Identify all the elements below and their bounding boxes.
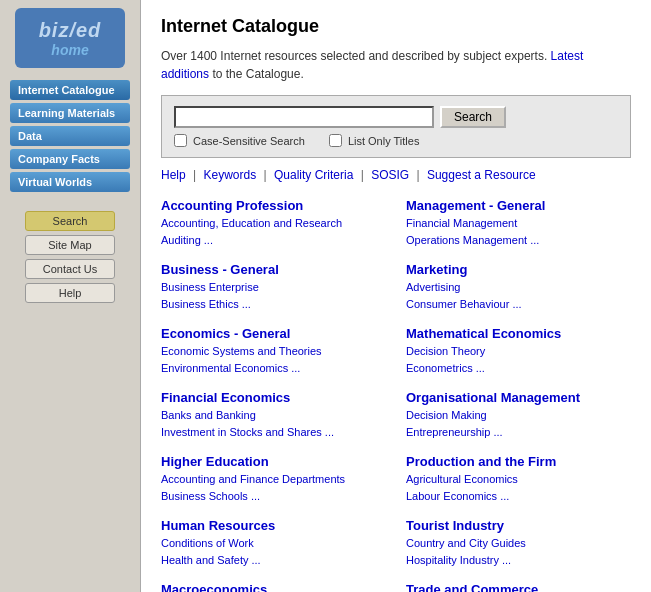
nav-data[interactable]: Data	[10, 126, 130, 146]
category-title[interactable]: Macroeconomics	[161, 582, 386, 592]
category-block: Economics - GeneralEconomic Systems and …	[161, 326, 386, 376]
category-sub-link[interactable]: Conditions of Work	[161, 535, 386, 552]
category-sub-link[interactable]: Operations Management ...	[406, 232, 631, 249]
category-sub-link[interactable]: Investment in Stocks and Shares ...	[161, 424, 386, 441]
category-title[interactable]: Economics - General	[161, 326, 386, 341]
category-sub-link[interactable]: Financial Management	[406, 215, 631, 232]
nav-virtual-worlds[interactable]: Virtual Worlds	[10, 172, 130, 192]
sosig-link[interactable]: SOSIG	[371, 168, 409, 182]
categories-col-right: Management - GeneralFinancial Management…	[406, 198, 631, 592]
category-block: Production and the FirmAgricultural Econ…	[406, 454, 631, 504]
util-search[interactable]: Search	[25, 211, 115, 231]
keywords-link[interactable]: Keywords	[203, 168, 256, 182]
list-only-checkbox[interactable]	[329, 134, 342, 147]
category-sub-link[interactable]: Business Ethics ...	[161, 296, 386, 313]
category-sub-link[interactable]: Economic Systems and Theories	[161, 343, 386, 360]
category-sub-link[interactable]: Accounting, Education and Research	[161, 215, 386, 232]
category-block: Financial EconomicsBanks and BankingInve…	[161, 390, 386, 440]
category-title[interactable]: Human Resources	[161, 518, 386, 533]
page-title: Internet Catalogue	[161, 16, 631, 37]
search-input[interactable]	[174, 106, 434, 128]
nav-internet-catalogue[interactable]: Internet Catalogue	[10, 80, 130, 100]
case-sensitive-checkbox[interactable]	[174, 134, 187, 147]
category-sub-link[interactable]: Advertising	[406, 279, 631, 296]
logo: biz/ed home	[15, 8, 125, 68]
util-contact-us[interactable]: Contact Us	[25, 259, 115, 279]
category-title[interactable]: Business - General	[161, 262, 386, 277]
sidebar: biz/ed home Internet Catalogue Learning …	[0, 0, 140, 592]
category-sub-link[interactable]: Business Schools ...	[161, 488, 386, 505]
category-block: Organisational ManagementDecision Making…	[406, 390, 631, 440]
category-title[interactable]: Marketing	[406, 262, 631, 277]
category-title[interactable]: Management - General	[406, 198, 631, 213]
category-block: Management - GeneralFinancial Management…	[406, 198, 631, 248]
category-block: Higher EducationAccounting and Finance D…	[161, 454, 386, 504]
search-box: Search Case-Sensitive Search List Only T…	[161, 95, 631, 158]
category-title[interactable]: Tourist Industry	[406, 518, 631, 533]
checkbox-row: Case-Sensitive Search List Only Titles	[174, 134, 618, 147]
category-sub-link[interactable]: Consumer Behaviour ...	[406, 296, 631, 313]
category-title[interactable]: Organisational Management	[406, 390, 631, 405]
search-button[interactable]: Search	[440, 106, 506, 128]
intro-text: Over 1400 Internet resources selected an…	[161, 49, 547, 63]
intro-paragraph: Over 1400 Internet resources selected an…	[161, 47, 631, 83]
category-block: Tourist IndustryCountry and City GuidesH…	[406, 518, 631, 568]
list-only-label: List Only Titles	[348, 135, 420, 147]
category-title[interactable]: Financial Economics	[161, 390, 386, 405]
category-block: Mathematical EconomicsDecision TheoryEco…	[406, 326, 631, 376]
category-title[interactable]: Higher Education	[161, 454, 386, 469]
category-block: Human ResourcesConditions of WorkHealth …	[161, 518, 386, 568]
main-content: Internet Catalogue Over 1400 Internet re…	[140, 0, 651, 592]
category-sub-link[interactable]: Environmental Economics ...	[161, 360, 386, 377]
logo-bottom: home	[51, 42, 88, 58]
categories-col-left: Accounting ProfessionAccounting, Educati…	[161, 198, 386, 592]
category-sub-link[interactable]: Auditing ...	[161, 232, 386, 249]
nav-links-bar: Help | Keywords | Quality Criteria | SOS…	[161, 168, 631, 182]
category-block: MarketingAdvertisingConsumer Behaviour .…	[406, 262, 631, 312]
nav-learning-materials[interactable]: Learning Materials	[10, 103, 130, 123]
category-title[interactable]: Trade and Commerce	[406, 582, 631, 592]
suggest-resource-link[interactable]: Suggest a Resource	[427, 168, 536, 182]
category-sub-link[interactable]: Accounting and Finance Departments	[161, 471, 386, 488]
categories-grid: Accounting ProfessionAccounting, Educati…	[161, 198, 631, 592]
category-title[interactable]: Production and the Firm	[406, 454, 631, 469]
category-sub-link[interactable]: Health and Safety ...	[161, 552, 386, 569]
category-block: Trade and CommerceCommercial TradeConsum…	[406, 582, 631, 592]
quality-criteria-link[interactable]: Quality Criteria	[274, 168, 353, 182]
category-title[interactable]: Mathematical Economics	[406, 326, 631, 341]
category-sub-link[interactable]: Country and City Guides	[406, 535, 631, 552]
category-sub-link[interactable]: Business Enterprise	[161, 279, 386, 296]
category-sub-link[interactable]: Entrepreneurship ...	[406, 424, 631, 441]
logo-top: biz/ed	[39, 19, 102, 42]
category-sub-link[interactable]: Decision Making	[406, 407, 631, 424]
category-sub-link[interactable]: Labour Economics ...	[406, 488, 631, 505]
category-title[interactable]: Accounting Profession	[161, 198, 386, 213]
nav-company-facts[interactable]: Company Facts	[10, 149, 130, 169]
category-sub-link[interactable]: Decision Theory	[406, 343, 631, 360]
category-sub-link[interactable]: Banks and Banking	[161, 407, 386, 424]
category-sub-link[interactable]: Agricultural Economics	[406, 471, 631, 488]
intro-suffix: to the Catalogue.	[212, 67, 303, 81]
case-sensitive-label: Case-Sensitive Search	[193, 135, 305, 147]
category-block: Accounting ProfessionAccounting, Educati…	[161, 198, 386, 248]
search-row: Search	[174, 106, 618, 128]
util-site-map[interactable]: Site Map	[25, 235, 115, 255]
help-link[interactable]: Help	[161, 168, 186, 182]
category-block: MacroeconomicsDistribution of Income and…	[161, 582, 386, 592]
category-sub-link[interactable]: Econometrics ...	[406, 360, 631, 377]
util-help[interactable]: Help	[25, 283, 115, 303]
category-block: Business - GeneralBusiness EnterpriseBus…	[161, 262, 386, 312]
category-sub-link[interactable]: Hospitality Industry ...	[406, 552, 631, 569]
